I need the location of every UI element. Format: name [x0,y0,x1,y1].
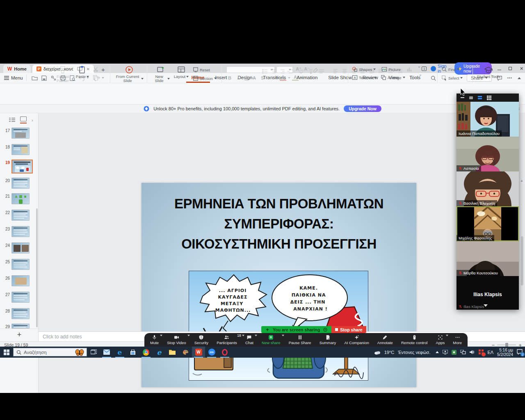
start-button[interactable] [0,347,13,358]
backup-badge[interactable]: 1 [422,66,427,71]
summary-button[interactable]: Summary [320,335,336,345]
panel-collapse-chevron-icon[interactable] [484,301,488,309]
taskbar-search-box[interactable]: Αναζήτηση [13,348,87,356]
internet-explorer-app-icon[interactable]: e [153,347,166,358]
chat-button[interactable]: Chat [245,335,253,345]
canvas-scroll-up-icon[interactable]: ▲ [520,179,523,183]
shapes-button[interactable]: Shapes [352,66,376,72]
microphone-icon [152,335,157,340]
from-current-slide-button[interactable]: From Current Slide [115,66,144,83]
taskbar-clock[interactable]: 5:16 μμ 5/2/2024 [497,348,513,357]
slide-thumb-23[interactable]: 23 [0,226,39,237]
stop-share-button[interactable]: Stop share [331,326,366,333]
restore-button[interactable] [507,66,514,71]
slide-thumb-17[interactable]: 17 [0,128,39,139]
video-tile-6-camera-off[interactable]: Ilias Klapsis Ilias Klapsis [457,276,519,310]
more-options-icon[interactable]: ⋯ [507,75,513,81]
action-center-button[interactable]: 2 [517,349,523,355]
task-view-button[interactable] [87,347,100,358]
collapse-panel-icon[interactable]: › [32,118,33,123]
layout-button[interactable]: Layout [172,66,190,79]
promo-upgrade-button[interactable]: Upgrade Now [344,105,381,112]
open-icon[interactable] [32,75,38,81]
textbox-button[interactable]: A TextBox [352,75,377,80]
speaker-view-icon[interactable] [478,96,482,99]
slide-thumb-22[interactable]: 22 [0,210,39,221]
play-icon [125,66,133,74]
tray-expand-chevron-icon[interactable] [436,351,439,353]
edge-app-icon[interactable]: e [113,347,126,358]
language-indicator[interactable]: ΕΛ [487,350,493,355]
pause-share-button[interactable]: Pause Share [289,335,311,345]
slide-thumb-18[interactable]: 18 [0,144,39,155]
volume-icon[interactable] [470,350,475,354]
security-button[interactable]: Security [194,335,208,345]
more-button[interactable]: More [453,335,462,345]
menu-button[interactable]: Menu [4,75,23,80]
new-share-button[interactable]: New share [262,335,280,345]
participants-button[interactable]: 18 Participants [217,335,237,345]
outline-view-icon[interactable] [9,118,15,123]
store-app-icon[interactable] [126,347,139,358]
zoom-slider[interactable] [497,345,516,345]
video-tile-3[interactable]: Βασιλική Βλαχαιτη [457,171,519,206]
wps-office-app-icon[interactable]: W [192,347,205,358]
file-explorer-app-icon[interactable] [166,347,179,358]
paste-button[interactable]: Paste [75,66,90,79]
slide-thumb-19-selected[interactable]: 19 [0,160,39,173]
slide-thumb-24[interactable]: 24 [0,242,39,253]
apps-button[interactable]: Apps [436,335,445,345]
weather-description[interactable]: Έντονες νεφώσ. [398,350,430,355]
meet-now-icon[interactable] [443,350,448,354]
picture-button[interactable]: Picture [381,66,401,72]
find-button[interactable]: Find [441,66,463,72]
slide-thumb-25[interactable]: 25 [0,259,39,270]
weather-cloud-icon[interactable] [374,350,381,355]
paint-app-icon[interactable] [179,347,192,358]
chrome-app-icon[interactable] [139,347,153,358]
tray-app-icon[interactable] [452,350,457,355]
opera-app-icon[interactable] [218,347,231,358]
save-icon[interactable] [41,75,47,81]
collapse-ribbon-icon[interactable] [518,77,521,79]
gallery-view-icon[interactable] [487,96,491,100]
stop-video-button[interactable]: Stop Video [167,335,186,345]
slide-thumb-21[interactable]: 21 [0,193,39,204]
arrange-button[interactable]: Arrange [381,75,405,80]
video-tile-1[interactable]: Ιωάννα Παπαδοπούλου [457,102,519,137]
section-button[interactable]: Section [193,75,217,81]
remote-control-button[interactable]: Remote control [401,335,427,345]
select-button[interactable]: Select [441,75,463,81]
panel-restore-icon[interactable] [469,96,473,99]
network-icon[interactable] [460,350,466,354]
participant-6-name-label: Ilias Klapsis [457,304,486,310]
reset-button[interactable]: Reset [193,67,217,73]
slides-panel-scrollbar[interactable] [36,208,38,327]
video-tile-2[interactable]: Ασπασία [457,137,519,171]
video-tile-4-active-speaker[interactable]: Μιχάλης Φασουλης [457,206,519,241]
search-icon[interactable] [431,75,436,81]
new-slide-button[interactable]: New Slide [152,66,170,83]
annotate-button[interactable]: Annotate [377,335,393,345]
mute-button[interactable]: Mute [150,335,159,345]
close-window-button[interactable]: ✕ [518,66,525,71]
video-tile-5[interactable]: Μάρθα Κουτσούκου [457,241,519,276]
slides-view-icon[interactable] [20,116,27,123]
home-tab[interactable]: W Home [3,65,31,73]
ai-companion-button[interactable]: AI Companion [345,335,369,345]
slide-thumb-27[interactable]: 27 [0,292,39,303]
slide-thumb-26[interactable]: 26 [0,275,39,286]
mail-app-icon[interactable] [100,347,113,358]
new-tab-button[interactable]: + [99,66,107,73]
weather-temperature[interactable]: 19°C [384,350,395,355]
zoom-tray-icon[interactable] [479,349,484,355]
panel-minimize-icon[interactable] [461,97,464,98]
mouse-cursor [460,88,466,96]
student-tools-button[interactable]: Student Tools [476,66,501,79]
slide-thumb-20[interactable]: 20 [0,178,39,189]
canvas-scrollbar[interactable] [521,236,523,285]
slide-thumb-28[interactable]: 28 [0,308,39,319]
add-slide-button[interactable]: + [0,329,39,341]
zoom-app-icon[interactable]: zm [205,347,218,358]
share-pause-icon[interactable] [323,328,327,332]
